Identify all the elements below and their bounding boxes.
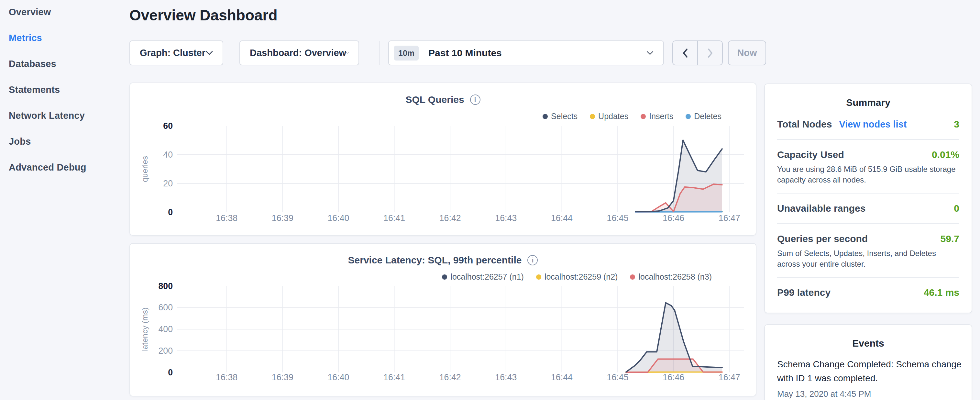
controls-divider (380, 41, 380, 65)
summary-value: 46.1 ms (924, 287, 959, 298)
chevron-right-icon (706, 48, 714, 58)
time-range-label: Past 10 Minutes (428, 48, 646, 59)
info-icon[interactable]: i (527, 255, 538, 265)
sidebar-item-jobs[interactable]: Jobs (9, 135, 31, 148)
dashboard-dropdown[interactable]: Dashboard: Overview (239, 40, 359, 65)
summary-title: Summary (777, 96, 959, 109)
svg-text:16:41: 16:41 (383, 373, 405, 382)
svg-text:20: 20 (163, 178, 173, 188)
legend-dot (630, 274, 635, 280)
svg-text:16:46: 16:46 (663, 373, 684, 382)
legend-item-localhost-26257-n1[interactable]: localhost:26257 (n1) (442, 272, 524, 282)
sidebar-item-statements[interactable]: Statements (9, 83, 60, 96)
svg-text:200: 200 (158, 346, 173, 356)
summary-row-queries-per-second: Queries per second59.7 (777, 232, 959, 246)
summary-rows: Total NodesView nodes list3Capacity Used… (777, 117, 959, 300)
svg-text:16:47: 16:47 (719, 373, 740, 382)
svg-text:16:44: 16:44 (551, 373, 573, 382)
svg-text:16:45: 16:45 (607, 213, 628, 223)
svg-text:16:40: 16:40 (328, 213, 349, 223)
svg-text:16:45: 16:45 (607, 373, 628, 382)
svg-text:40: 40 (163, 150, 173, 159)
events-panel: Events Schema Change Completed: Schema c… (764, 324, 972, 400)
svg-text:16:43: 16:43 (495, 373, 517, 382)
legend-dot (536, 274, 541, 280)
svg-text:16:42: 16:42 (439, 373, 461, 382)
svg-text:16:44: 16:44 (551, 213, 573, 223)
svg-text:16:41: 16:41 (383, 213, 405, 223)
prev-time-button[interactable] (673, 41, 698, 65)
view-nodes-list-link[interactable]: View nodes list (839, 119, 907, 130)
summary-panel: Summary Total NodesView nodes list3Capac… (764, 83, 972, 313)
dashboard-dropdown-label: Dashboard: Overview (250, 48, 346, 58)
svg-text:16:46: 16:46 (663, 213, 684, 223)
summary-row-unavailable-ranges: Unavailable ranges0 (777, 201, 959, 215)
legend-dot (686, 114, 691, 119)
summary-value: 0.01% (932, 149, 959, 160)
legend-label: localhost:26258 (n3) (638, 272, 712, 282)
service-latency-chart-card: Service Latency: SQL, 99th percentile i … (129, 243, 756, 397)
chart-title: Service Latency: SQL, 99th percentile (348, 255, 522, 266)
summary-label: Queries per second (777, 233, 868, 244)
summary-row-total-nodes: Total NodesView nodes list3 (777, 117, 959, 131)
sidebar-nav: OverviewMetricsDatabasesStatementsNetwor… (0, 0, 129, 400)
legend-item-localhost-26258-n3[interactable]: localhost:26258 (n3) (630, 272, 712, 282)
svg-text:16:39: 16:39 (272, 373, 293, 382)
svg-text:0: 0 (168, 207, 173, 217)
chart-title: SQL Queries (406, 94, 464, 105)
service-latency-sql-99th-percentile-plot[interactable]: 0200400600800latency (ms)16:3816:3916:40… (130, 244, 756, 396)
legend-label: Selects (551, 112, 578, 121)
graph-scope-dropdown[interactable]: Graph: Cluster (129, 40, 223, 65)
legend-dot (590, 114, 595, 119)
svg-text:16:38: 16:38 (216, 373, 237, 382)
sidebar-item-network-latency[interactable]: Network Latency (9, 109, 85, 122)
sql-queries-chart-card: SQL Queries i SelectsUpdatesInsertsDelet… (129, 83, 756, 236)
time-range-badge: 10m (394, 46, 418, 61)
svg-text:latency (ms): latency (ms) (140, 308, 149, 351)
legend-item-updates[interactable]: Updates (590, 112, 628, 121)
svg-text:16:39: 16:39 (272, 213, 293, 223)
summary-divider (777, 139, 959, 140)
sidebar-item-overview[interactable]: Overview (9, 5, 51, 18)
now-button[interactable]: Now (728, 40, 766, 65)
chevron-down-icon (346, 51, 349, 55)
sql-queries-plot[interactable]: 0204060queries16:3816:3916:4016:4116:421… (130, 83, 756, 235)
summary-description: Sum of Selects, Updates, Inserts, and De… (777, 248, 959, 269)
time-range-dropdown[interactable]: 10m Past 10 Minutes (388, 40, 664, 65)
legend-label: Inserts (649, 112, 673, 121)
chart-title-row: SQL Queries i (130, 94, 756, 105)
svg-text:400: 400 (158, 324, 173, 334)
summary-divider (777, 277, 959, 278)
legend-item-selects[interactable]: Selects (542, 112, 578, 121)
summary-row-capacity-used: Capacity Used0.01% (777, 148, 959, 162)
legend-item-inserts[interactable]: Inserts (641, 112, 673, 121)
svg-text:0: 0 (168, 368, 173, 377)
summary-label: P99 latency (777, 287, 830, 298)
page-title: Overview Dashboard (129, 6, 278, 24)
event-message: Schema Change Completed: Schema change w… (777, 357, 965, 385)
sidebar-item-metrics[interactable]: Metrics (9, 31, 42, 44)
sidebar-item-advanced-debug[interactable]: Advanced Debug (9, 161, 86, 174)
summary-label: Capacity Used (777, 149, 844, 160)
summary-divider (777, 223, 959, 224)
legend-item-deletes[interactable]: Deletes (686, 112, 721, 121)
summary-label: Total Nodes (777, 119, 832, 130)
chevron-left-icon (681, 48, 689, 58)
summary-value: 3 (954, 119, 959, 130)
legend-label: localhost:26257 (n1) (450, 272, 524, 282)
summary-description: You are using 28.6 MiB of 515.9 GiB usab… (777, 164, 959, 185)
svg-text:16:42: 16:42 (439, 213, 461, 223)
next-time-button[interactable] (698, 41, 722, 65)
summary-value: 0 (954, 203, 959, 214)
chevron-down-icon (646, 51, 654, 55)
legend-dot (442, 274, 447, 280)
svg-text:800: 800 (158, 281, 173, 291)
events-title: Events (777, 336, 959, 350)
sidebar-item-databases[interactable]: Databases (9, 57, 56, 70)
svg-text:60: 60 (163, 121, 173, 131)
summary-row-p99-latency: P99 latency46.1 ms (777, 285, 959, 300)
legend-item-localhost-26259-n2[interactable]: localhost:26259 (n2) (536, 272, 618, 282)
info-icon[interactable]: i (470, 94, 480, 105)
chart-legend: localhost:26257 (n1)localhost:26259 (n2)… (442, 272, 712, 282)
svg-text:16:38: 16:38 (216, 213, 237, 223)
